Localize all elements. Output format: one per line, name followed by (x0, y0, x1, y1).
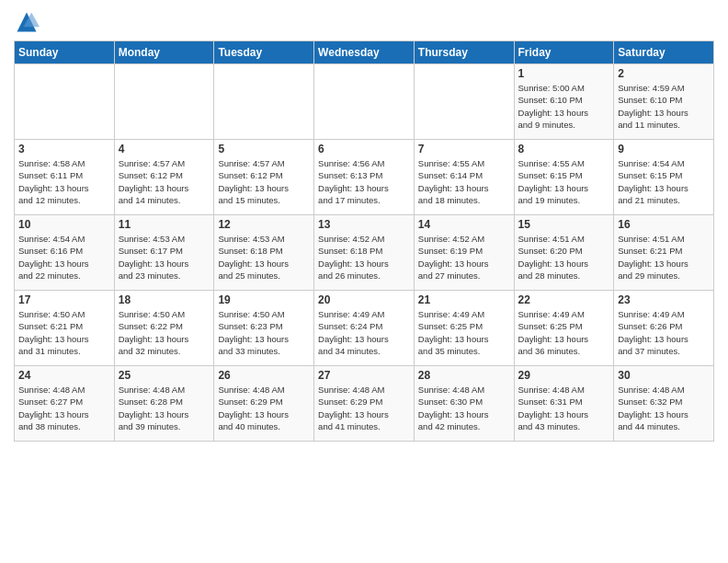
calendar-cell: 5Sunrise: 4:57 AM Sunset: 6:12 PM Daylig… (214, 140, 314, 215)
week-row-3: 10Sunrise: 4:54 AM Sunset: 6:16 PM Dayli… (15, 215, 714, 291)
day-info: Sunrise: 4:48 AM Sunset: 6:32 PM Dayligh… (618, 384, 710, 432)
day-header-wednesday: Wednesday (314, 41, 415, 64)
day-info: Sunrise: 4:48 AM Sunset: 6:29 PM Dayligh… (318, 384, 410, 432)
day-number: 26 (218, 369, 310, 382)
day-number: 21 (418, 293, 510, 306)
calendar-cell: 3Sunrise: 4:58 AM Sunset: 6:11 PM Daylig… (15, 140, 115, 215)
calendar-cell: 23Sunrise: 4:49 AM Sunset: 6:26 PM Dayli… (614, 291, 714, 366)
day-info: Sunrise: 4:52 AM Sunset: 6:18 PM Dayligh… (318, 233, 410, 282)
day-number: 30 (618, 369, 710, 382)
day-info: Sunrise: 4:55 AM Sunset: 6:15 PM Dayligh… (518, 157, 610, 206)
day-number: 13 (318, 218, 410, 231)
day-info: Sunrise: 4:54 AM Sunset: 6:16 PM Dayligh… (18, 233, 110, 282)
calendar-cell: 12Sunrise: 4:53 AM Sunset: 6:18 PM Dayli… (214, 215, 314, 291)
day-info: Sunrise: 4:57 AM Sunset: 6:12 PM Dayligh… (218, 157, 310, 206)
day-header-sunday: Sunday (15, 41, 115, 64)
day-info: Sunrise: 4:57 AM Sunset: 6:12 PM Dayligh… (119, 157, 210, 206)
logo-icon (14, 9, 40, 35)
day-info: Sunrise: 4:58 AM Sunset: 6:11 PM Dayligh… (18, 157, 110, 206)
day-info: Sunrise: 4:50 AM Sunset: 6:21 PM Dayligh… (18, 308, 110, 357)
logo (14, 9, 43, 35)
day-number: 22 (518, 293, 610, 306)
calendar-cell: 26Sunrise: 4:48 AM Sunset: 6:29 PM Dayli… (214, 366, 314, 442)
calendar-cell (114, 64, 214, 140)
day-header-thursday: Thursday (414, 41, 514, 64)
day-info: Sunrise: 4:51 AM Sunset: 6:21 PM Dayligh… (618, 233, 710, 282)
day-info: Sunrise: 4:49 AM Sunset: 6:24 PM Dayligh… (318, 308, 410, 357)
week-row-5: 24Sunrise: 4:48 AM Sunset: 6:27 PM Dayli… (15, 366, 714, 442)
day-info: Sunrise: 4:53 AM Sunset: 6:18 PM Dayligh… (218, 233, 310, 282)
calendar-cell: 25Sunrise: 4:48 AM Sunset: 6:28 PM Dayli… (114, 366, 214, 442)
day-info: Sunrise: 4:54 AM Sunset: 6:15 PM Dayligh… (618, 157, 710, 206)
calendar-cell: 21Sunrise: 4:49 AM Sunset: 6:25 PM Dayli… (414, 291, 514, 366)
day-header-tuesday: Tuesday (214, 41, 314, 64)
day-number: 27 (318, 369, 410, 382)
day-number: 1 (518, 67, 610, 80)
day-number: 16 (618, 218, 710, 231)
calendar-cell: 30Sunrise: 4:48 AM Sunset: 6:32 PM Dayli… (614, 366, 714, 442)
calendar-cell (314, 64, 415, 140)
calendar-cell: 8Sunrise: 4:55 AM Sunset: 6:15 PM Daylig… (514, 140, 614, 215)
day-number: 8 (518, 143, 610, 155)
calendar-cell: 24Sunrise: 4:48 AM Sunset: 6:27 PM Dayli… (15, 366, 115, 442)
day-header-friday: Friday (514, 41, 614, 64)
day-number: 2 (618, 67, 710, 80)
day-number: 28 (418, 369, 510, 382)
day-info: Sunrise: 4:55 AM Sunset: 6:14 PM Dayligh… (418, 157, 510, 206)
calendar-cell: 14Sunrise: 4:52 AM Sunset: 6:19 PM Dayli… (414, 215, 514, 291)
day-number: 7 (418, 143, 510, 155)
day-info: Sunrise: 4:48 AM Sunset: 6:27 PM Dayligh… (18, 384, 110, 432)
day-number: 18 (119, 293, 210, 306)
day-info: Sunrise: 5:00 AM Sunset: 6:10 PM Dayligh… (518, 82, 610, 131)
day-number: 25 (119, 369, 210, 382)
calendar-cell: 1Sunrise: 5:00 AM Sunset: 6:10 PM Daylig… (514, 64, 614, 140)
week-row-2: 3Sunrise: 4:58 AM Sunset: 6:11 PM Daylig… (15, 140, 714, 215)
week-row-4: 17Sunrise: 4:50 AM Sunset: 6:21 PM Dayli… (15, 291, 714, 366)
day-header-saturday: Saturday (614, 41, 714, 64)
day-number: 20 (318, 293, 410, 306)
calendar-cell: 16Sunrise: 4:51 AM Sunset: 6:21 PM Dayli… (614, 215, 714, 291)
calendar-cell: 13Sunrise: 4:52 AM Sunset: 6:18 PM Dayli… (314, 215, 415, 291)
calendar-cell: 9Sunrise: 4:54 AM Sunset: 6:15 PM Daylig… (614, 140, 714, 215)
day-number: 24 (18, 369, 110, 382)
day-number: 3 (18, 143, 110, 155)
day-number: 12 (218, 218, 310, 231)
header-row: SundayMondayTuesdayWednesdayThursdayFrid… (15, 41, 714, 64)
day-info: Sunrise: 4:48 AM Sunset: 6:31 PM Dayligh… (518, 384, 610, 432)
calendar-cell: 7Sunrise: 4:55 AM Sunset: 6:14 PM Daylig… (414, 140, 514, 215)
day-info: Sunrise: 4:52 AM Sunset: 6:19 PM Dayligh… (418, 233, 510, 282)
calendar-cell: 6Sunrise: 4:56 AM Sunset: 6:13 PM Daylig… (314, 140, 415, 215)
day-number: 15 (518, 218, 610, 231)
day-number: 9 (618, 143, 710, 155)
calendar-cell: 11Sunrise: 4:53 AM Sunset: 6:17 PM Dayli… (114, 215, 214, 291)
day-number: 5 (218, 143, 310, 155)
day-number: 6 (318, 143, 410, 155)
calendar-cell: 20Sunrise: 4:49 AM Sunset: 6:24 PM Dayli… (314, 291, 415, 366)
calendar-cell: 4Sunrise: 4:57 AM Sunset: 6:12 PM Daylig… (114, 140, 214, 215)
day-number: 17 (18, 293, 110, 306)
day-info: Sunrise: 4:48 AM Sunset: 6:28 PM Dayligh… (119, 384, 210, 432)
day-info: Sunrise: 4:49 AM Sunset: 6:25 PM Dayligh… (418, 308, 510, 357)
page-container: SundayMondayTuesdayWednesdayThursdayFrid… (0, 0, 728, 451)
day-number: 11 (119, 218, 210, 231)
day-number: 19 (218, 293, 310, 306)
day-number: 14 (418, 218, 510, 231)
day-number: 4 (119, 143, 210, 155)
day-info: Sunrise: 4:49 AM Sunset: 6:26 PM Dayligh… (618, 308, 710, 357)
calendar-cell: 27Sunrise: 4:48 AM Sunset: 6:29 PM Dayli… (314, 366, 415, 442)
calendar-cell (414, 64, 514, 140)
calendar-cell: 15Sunrise: 4:51 AM Sunset: 6:20 PM Dayli… (514, 215, 614, 291)
calendar-cell (214, 64, 314, 140)
calendar-cell: 22Sunrise: 4:49 AM Sunset: 6:25 PM Dayli… (514, 291, 614, 366)
calendar-table: SundayMondayTuesdayWednesdayThursdayFrid… (14, 40, 714, 442)
calendar-cell (15, 64, 115, 140)
calendar-cell: 17Sunrise: 4:50 AM Sunset: 6:21 PM Dayli… (15, 291, 115, 366)
day-header-monday: Monday (114, 41, 214, 64)
day-number: 23 (618, 293, 710, 306)
calendar-cell: 19Sunrise: 4:50 AM Sunset: 6:23 PM Dayli… (214, 291, 314, 366)
week-row-1: 1Sunrise: 5:00 AM Sunset: 6:10 PM Daylig… (15, 64, 714, 140)
calendar-cell: 29Sunrise: 4:48 AM Sunset: 6:31 PM Dayli… (514, 366, 614, 442)
day-info: Sunrise: 4:59 AM Sunset: 6:10 PM Dayligh… (618, 82, 710, 131)
calendar-cell: 28Sunrise: 4:48 AM Sunset: 6:30 PM Dayli… (414, 366, 514, 442)
calendar-cell: 2Sunrise: 4:59 AM Sunset: 6:10 PM Daylig… (614, 64, 714, 140)
